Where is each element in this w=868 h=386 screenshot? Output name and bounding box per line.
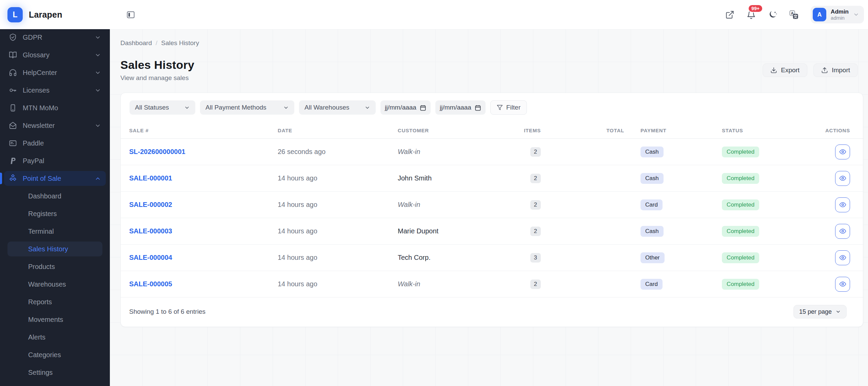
key-icon — [9, 86, 17, 94]
sidebar-item-label: MTN MoMo — [23, 104, 58, 112]
chevron-down-icon — [95, 87, 101, 94]
paypal-icon — [9, 157, 17, 165]
date-to-input[interactable]: jj/mm/aaaa — [435, 100, 486, 115]
upload-icon — [821, 67, 828, 74]
status-badge: Completed — [722, 147, 759, 157]
payment-method-badge: Cash — [640, 226, 664, 237]
breadcrumb-current: Sales History — [161, 39, 199, 47]
sale-number-link[interactable]: SALE-000002 — [129, 201, 172, 208]
user-menu[interactable]: A Admin admin — [811, 6, 864, 23]
chevron-down-icon — [95, 122, 101, 129]
sale-number-link[interactable]: SALE-000001 — [129, 174, 172, 182]
sale-number-link[interactable]: SALE-000005 — [129, 280, 172, 288]
sidebar-item-mtn-momo[interactable]: MTN MoMo — [4, 100, 106, 115]
import-label: Import — [832, 66, 850, 74]
view-sale-button[interactable] — [835, 197, 850, 212]
sidebar-item-label: GDPR — [23, 34, 42, 41]
column-header-customer: CUSTOMER — [398, 122, 519, 139]
language-switcher[interactable]: A — [789, 10, 798, 19]
notification-badge: 99+ — [748, 4, 763, 13]
chevron-down-icon — [95, 70, 101, 76]
calendar-icon[interactable] — [420, 104, 426, 111]
sidebar-subitem-settings[interactable]: Settings — [7, 365, 102, 380]
sidebar-subitem-label: Sales History — [28, 245, 68, 253]
sidebar-item-point-of-sale[interactable]: Point of Sale — [4, 171, 106, 186]
calendar-icon[interactable] — [475, 104, 481, 111]
view-sale-button[interactable] — [835, 171, 850, 186]
eye-icon — [839, 281, 846, 288]
breadcrumb-separator: / — [156, 39, 157, 47]
sales-table: SALE #DATECUSTOMERITEMSTOTALPAYMENTSTATU… — [121, 122, 864, 297]
sidebar-item-licenses[interactable]: Licenses — [4, 83, 106, 98]
sidebar-item-label: PayPal — [23, 157, 44, 165]
sidebar-item-paddle[interactable]: Paddle — [4, 136, 106, 151]
sidebar-subitem-reports[interactable]: Reports — [7, 294, 102, 309]
sidebar-subitem-label: Registers — [28, 210, 57, 218]
sidebar-subitem-sales-history[interactable]: Sales History — [7, 242, 102, 256]
sidebar-item-paypal[interactable]: PayPal — [4, 153, 106, 168]
sale-date: 26 seconds ago — [278, 148, 326, 155]
filter-button[interactable]: Filter — [490, 100, 527, 115]
sidebar-subitem-label: Terminal — [28, 228, 54, 235]
chevron-down-icon — [364, 105, 370, 111]
sale-number-link[interactable]: SALE-000004 — [129, 254, 172, 261]
table-body: SL-20260000000126 seconds agoWalk-in2Cas… — [121, 139, 864, 297]
sidebar-subitem-categories[interactable]: Categories — [7, 347, 102, 362]
sidebar-subitem-terminal[interactable]: Terminal — [7, 224, 102, 239]
sidebar-item-helpcenter[interactable]: HelpCenter — [4, 65, 106, 80]
view-sale-button[interactable] — [835, 224, 850, 239]
sidebar-item-glossary[interactable]: Glossary — [4, 47, 106, 62]
translate-icon: A — [789, 10, 798, 19]
table-row: SALE-00000314 hours agoMarie Dupont2Cash… — [121, 218, 864, 245]
date-from-input[interactable]: jj/mm/aaaa — [380, 100, 431, 115]
sidebar-subitem-products[interactable]: Products — [7, 259, 102, 274]
sidebar-item-gdpr[interactable]: GDPR — [4, 30, 106, 45]
user-name: Admin — [831, 8, 849, 15]
sidebar-subitem-dashboard[interactable]: Dashboard — [7, 189, 102, 204]
sidebar-subitem-registers[interactable]: Registers — [7, 206, 102, 221]
sales-card: All Statuses All Payment Methods All War… — [120, 93, 863, 327]
view-sale-button[interactable] — [835, 250, 850, 265]
sale-number-link[interactable]: SL-202600000001 — [129, 148, 185, 155]
view-sale-button[interactable] — [835, 277, 850, 292]
user-role: admin — [831, 15, 849, 21]
eye-icon — [839, 254, 846, 261]
table-row: SALE-00000214 hours agoWalk-in2CardCompl… — [121, 192, 864, 218]
page-size-value: 15 per page — [799, 308, 832, 315]
customer-name: Marie Dupont — [398, 227, 438, 235]
chevron-down-icon — [283, 105, 289, 111]
sidebar-subitem-alerts[interactable]: Alerts — [7, 330, 102, 345]
eye-icon — [839, 148, 846, 155]
view-sale-button[interactable] — [835, 144, 850, 159]
date-to-placeholder: jj/mm/aaaa — [440, 104, 471, 111]
external-link-icon — [725, 10, 734, 19]
dark-mode-toggle[interactable] — [768, 10, 777, 19]
sale-number-link[interactable]: SALE-000003 — [129, 227, 172, 235]
entries-summary: Showing 1 to 6 of 6 entries — [129, 308, 205, 315]
book-open-icon — [9, 51, 17, 59]
status-filter-select[interactable]: All Statuses — [130, 100, 195, 115]
export-button[interactable]: Export — [763, 63, 807, 77]
sidebar-subitem-label: Warehouses — [28, 281, 66, 288]
warehouse-filter-select[interactable]: All Warehouses — [299, 100, 376, 115]
sidebar-toggle-button[interactable] — [126, 10, 135, 19]
breadcrumb-dashboard[interactable]: Dashboard — [120, 39, 152, 47]
sale-date: 14 hours ago — [278, 227, 317, 235]
notifications-button[interactable]: 99+ — [747, 10, 756, 19]
sidebar-item-newsletter[interactable]: Newsletter — [4, 118, 106, 133]
chevron-down-icon — [835, 309, 841, 314]
download-icon — [770, 67, 777, 74]
sidebar-subitem-movements[interactable]: Movements — [7, 312, 102, 327]
open-site-button[interactable] — [725, 10, 734, 19]
page-size-select[interactable]: 15 per page — [793, 305, 847, 319]
items-count-badge: 2 — [530, 147, 541, 157]
payment-method-badge: Cash — [640, 173, 664, 184]
sidebar-subitem-warehouses[interactable]: Warehouses — [7, 277, 102, 292]
items-count-badge: 2 — [530, 174, 541, 183]
active-indicator — [0, 173, 2, 184]
payment-filter-select[interactable]: All Payment Methods — [200, 100, 294, 115]
sidebar-item-label: Paddle — [23, 139, 44, 147]
import-button[interactable]: Import — [813, 63, 858, 77]
panel-left-icon — [126, 10, 135, 19]
funnel-icon — [497, 104, 503, 111]
